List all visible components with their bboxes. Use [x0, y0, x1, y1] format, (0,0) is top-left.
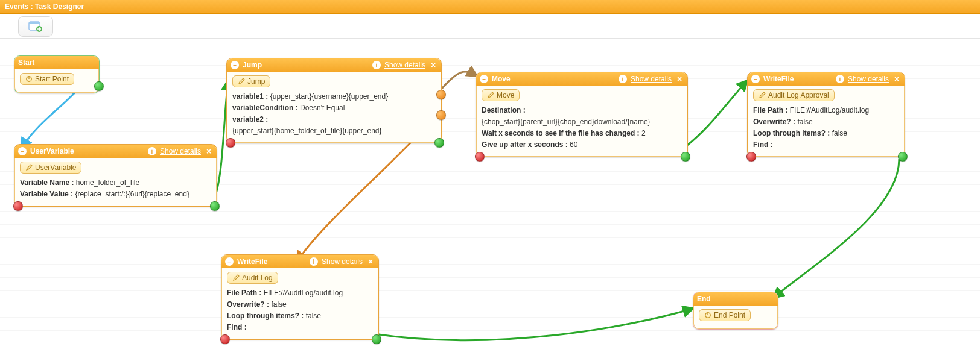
node-title[interactable]: – WriteFile i Show details × [748, 72, 905, 86]
chip-label: Audit Log [242, 274, 273, 282]
pencil-icon [25, 164, 33, 171]
info-icon[interactable]: i [836, 75, 844, 83]
port-fail[interactable] [13, 201, 23, 211]
node-title-text: Start [18, 58, 34, 67]
node-title[interactable]: – Move i Show details × [476, 72, 687, 86]
row: Destination : [482, 105, 682, 115]
show-details-link[interactable]: Show details [848, 75, 889, 83]
port-success[interactable] [898, 152, 908, 162]
port-fail[interactable] [220, 334, 230, 344]
new-task-icon [28, 21, 43, 32]
toolbar [0, 14, 980, 39]
show-details-link[interactable]: Show details [384, 61, 425, 69]
page-title: Events : Task Designer [5, 2, 84, 11]
node-uservariable[interactable]: – UserVariable i Show details × UserVari… [14, 144, 217, 207]
new-task-button[interactable] [18, 16, 53, 37]
node-writefile-log[interactable]: – WriteFile i Show details × Audit Log F… [221, 254, 379, 340]
port-success[interactable] [372, 334, 381, 344]
show-details-link[interactable]: Show details [322, 257, 363, 266]
port-false[interactable] [436, 110, 446, 120]
chip-start[interactable]: Start Point [20, 73, 74, 85]
chip-writefile1[interactable]: Audit Log Approval [753, 89, 835, 101]
close-icon[interactable]: × [366, 257, 375, 266]
row: Overwrite? : false [227, 300, 373, 309]
node-title[interactable]: – WriteFile i Show details × [221, 255, 378, 268]
info-icon[interactable]: i [372, 61, 381, 69]
designer-canvas[interactable]: Start Start Point – UserVariable i Show … [0, 39, 980, 364]
row: {upper_start}{home_folder_of_file}{upper… [232, 126, 436, 136]
info-icon[interactable]: i [310, 257, 318, 266]
chip-label: Jump [247, 77, 265, 86]
collapse-icon[interactable]: – [225, 257, 234, 266]
row: Overwrite? : false [753, 117, 899, 127]
pencil-icon [238, 78, 245, 85]
close-icon[interactable]: × [429, 61, 438, 69]
row: File Path : FILE://AuditLog/audit.log [227, 288, 373, 298]
port-fail[interactable] [226, 138, 235, 148]
node-title[interactable]: – UserVariable i Show details × [14, 145, 217, 158]
node-end[interactable]: End End Point [693, 292, 778, 330]
node-title-text: WriteFile [237, 257, 267, 266]
node-jump[interactable]: – Jump i Show details × Jump variable1 :… [226, 58, 442, 143]
row: Wait x seconds to see if the file has ch… [482, 128, 682, 138]
show-details-link[interactable]: Show details [160, 147, 201, 155]
row: Variable Name : home_folder_of_file [20, 178, 211, 187]
row: Variable Value : {replace_start:/:}{6url… [20, 189, 211, 199]
chip-label: UserVariable [35, 163, 76, 172]
port-true[interactable] [436, 90, 446, 99]
page-header: Events : Task Designer [0, 0, 980, 14]
port-success[interactable] [434, 138, 444, 148]
row: Find : [227, 322, 373, 332]
info-icon[interactable]: i [619, 75, 627, 83]
port-fail[interactable] [746, 152, 756, 162]
collapse-icon[interactable]: – [231, 61, 239, 69]
node-title-text: UserVariable [30, 147, 74, 155]
row: Loop through items? : false [227, 311, 373, 321]
chip-label: Move [497, 91, 514, 99]
row: Give up after x seconds : 60 [482, 140, 682, 149]
row: Loop through items? : false [753, 128, 899, 138]
collapse-icon[interactable]: – [18, 147, 27, 155]
svg-rect-1 [29, 22, 40, 24]
close-icon[interactable]: × [675, 75, 684, 83]
node-title[interactable]: Start [14, 56, 99, 69]
port-success[interactable] [210, 201, 220, 211]
chip-uservariable[interactable]: UserVariable [20, 162, 81, 174]
port-out[interactable] [94, 81, 104, 91]
row: variable2 : [232, 115, 436, 124]
collapse-icon[interactable]: – [480, 75, 488, 83]
close-icon[interactable]: × [892, 75, 901, 83]
chip-move[interactable]: Move [482, 89, 520, 101]
close-icon[interactable]: × [205, 147, 213, 155]
pencil-icon [487, 92, 494, 99]
collapse-icon[interactable]: – [751, 75, 760, 83]
chip-label: End Point [714, 311, 745, 319]
node-title-text: Move [492, 75, 511, 83]
row: variableCondition : Doesn't Equal [232, 103, 436, 113]
row: {chop_start}{parent_url}{chop_end}downlo… [482, 117, 682, 127]
node-title-text: Jump [243, 61, 262, 69]
power-icon [25, 75, 33, 83]
chip-end[interactable]: End Point [699, 309, 751, 321]
node-title-text: WriteFile [763, 75, 794, 83]
port-fail[interactable] [475, 152, 485, 162]
row: File Path : FILE://AuditLog/audit.log [753, 105, 899, 115]
chip-label: Audit Log Approval [768, 91, 829, 99]
node-start[interactable]: Start Start Point [14, 55, 100, 93]
row: variable1 : {upper_start}{username}{uppe… [232, 92, 436, 101]
port-success[interactable] [681, 152, 690, 162]
chip-label: Start Point [35, 75, 69, 83]
pencil-icon [232, 274, 240, 281]
pencil-icon [759, 92, 766, 99]
node-title[interactable]: End [693, 292, 778, 306]
power-icon [704, 312, 711, 319]
node-writefile-approval[interactable]: – WriteFile i Show details × Audit Log A… [747, 72, 905, 157]
show-details-link[interactable]: Show details [631, 75, 672, 83]
chip-writefile2[interactable]: Audit Log [227, 272, 278, 284]
row: Find : [753, 140, 899, 149]
info-icon[interactable]: i [148, 147, 156, 155]
node-move[interactable]: – Move i Show details × Move Destination… [476, 72, 688, 157]
chip-jump[interactable]: Jump [232, 75, 270, 87]
node-title-text: End [697, 295, 711, 303]
node-title[interactable]: – Jump i Show details × [227, 58, 441, 72]
